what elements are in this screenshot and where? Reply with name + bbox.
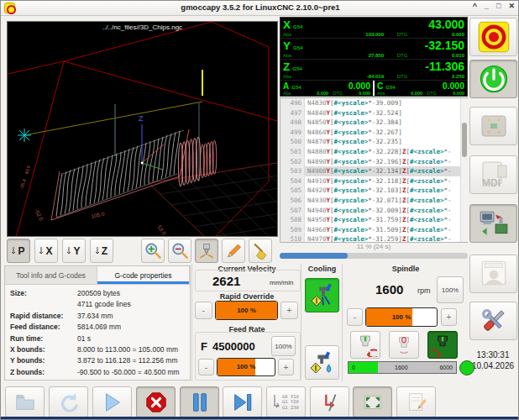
titlebar[interactable]: gmoccapy 3.5.2 for LinuxCNC 2.10.0~pre1 … — [1, 1, 519, 16]
feed-override-slider[interactable]: 100 % — [217, 358, 275, 376]
rapid-minus-button[interactable]: - — [195, 302, 212, 319]
svg-text:105.0: 105.0 — [91, 210, 106, 219]
zoom-in-button[interactable] — [141, 239, 165, 263]
dro-axis-a[interactable]: AG540.000Abs0.000DTG0.000 — [280, 81, 373, 96]
reload-file-button[interactable] — [49, 386, 88, 417]
gcode-properties: Size:200509 bytes4711 gcode linesRapid d… — [5, 285, 190, 381]
gcode-line[interactable]: 507N4940Y[#<yscale>*-32.009]Z[#<zscale>*… — [280, 206, 467, 216]
user-tabs-button[interactable] — [469, 255, 517, 293]
gcode-line[interactable]: 497N4840Y[#<yscale>*-32.524] — [280, 108, 467, 118]
fullsize-preview-button[interactable] — [353, 386, 392, 417]
pause-button[interactable] — [180, 386, 219, 417]
mdi-icon: MDI — [478, 159, 510, 191]
toolpath-canvas: Z 10.0 105.0 -52.0 53.0 40.5 -35.4 — [8, 22, 277, 236]
feed-value: 4500000 — [212, 340, 255, 353]
spindle-left-button[interactable] — [350, 331, 380, 359]
spindle-stop-button[interactable] — [389, 331, 419, 359]
current-velocity-value: 2621 — [212, 274, 240, 288]
feed-plus-button[interactable]: + — [278, 359, 294, 375]
gcode-line[interactable]: 506N4930Y[#<yscale>*-32.071]Z[#<zscale>*… — [280, 196, 467, 206]
svg-text:53.0: 53.0 — [156, 224, 167, 236]
time-label: 13:30:31 — [468, 350, 518, 361]
gcode-line[interactable]: 498N4850Y[#<yscale>*-32.384] — [280, 118, 467, 128]
run-from-line-button[interactable]: G0 X10 G1 Y20 G1 Z30 — [266, 386, 306, 417]
view-y-button[interactable]: Y — [62, 239, 86, 263]
mist-button[interactable] — [305, 278, 339, 312]
open-file-button[interactable] — [5, 386, 45, 417]
run-button[interactable] — [92, 386, 132, 417]
manual-mode-button[interactable] — [469, 107, 517, 145]
spindle-plus-button[interactable]: + — [441, 308, 457, 326]
minimize-button[interactable]: _ — [485, 2, 489, 10]
dro-axis-c[interactable]: CG540.000Abs0.000DTG0.000 — [373, 81, 467, 96]
spindle-minus-button[interactable]: - — [347, 308, 363, 326]
step-button[interactable] — [223, 386, 262, 417]
edit-icon — [405, 391, 428, 414]
dro-panel[interactable]: XG5443.000Abs103.000DTG0.000YG54-32.150A… — [280, 17, 468, 97]
machine-on-button[interactable] — [469, 60, 517, 98]
settings-button[interactable] — [469, 302, 517, 340]
estop-button[interactable] — [469, 18, 517, 56]
rapid-override-slider[interactable]: 100 % — [215, 301, 278, 320]
cooling-title: Cooling — [302, 265, 342, 273]
tab-tool-info[interactable]: Tool info and G-codes — [5, 266, 97, 284]
gcode-line[interactable]: 499N4860Y[#<yscale>*-32.267] — [280, 128, 467, 138]
auto-mode-button[interactable] — [469, 204, 517, 243]
shade-button[interactable]: ^ — [473, 2, 477, 10]
gcode-vertical-scrollbar[interactable] — [460, 98, 468, 242]
feed-reset-button[interactable]: 100% — [271, 336, 296, 356]
stop-button[interactable] — [136, 386, 176, 417]
property-row: 4711 gcode lines — [10, 299, 185, 310]
property-row: Run time:01 s — [10, 333, 185, 344]
gcode-line[interactable]: 502N4890Y[#<yscale>*-32.196]Z[#<zscale>*… — [280, 157, 467, 167]
gcode-line[interactable]: 503N4900Y[#<yscale>*-32.134]Z[#<zscale>*… — [280, 166, 467, 176]
skip-optional-blocks-button[interactable] — [310, 386, 349, 417]
toggle-tool-view-button[interactable] — [195, 239, 218, 263]
jog-pad-icon — [479, 111, 509, 141]
mdi-mode-button[interactable]: MDI — [469, 155, 517, 194]
gcode-line[interactable]: 500N4870Y[#<yscale>*-32.235] — [280, 137, 467, 147]
gcode-horizontal-scrollbar[interactable] — [280, 253, 468, 259]
gcode-line[interactable]: 504N4910Y[#<yscale>*-32.118]Z[#<zscale>*… — [280, 176, 467, 186]
gcode-line[interactable]: 510N4970Y[#<yscale>*-31.259]Z[#<zscale>*… — [280, 234, 467, 243]
dro-axis-z[interactable]: ZG54-11.306Abs-84.019DTG2.250 — [280, 60, 467, 81]
spindle-right-button[interactable] — [427, 331, 458, 359]
spindle-rpm-value: 1600 — [375, 282, 403, 297]
zoom-in-icon — [143, 241, 163, 261]
info-notebook: Tool info and G-codes G-code properties … — [4, 265, 191, 381]
property-row: X bounds:8.000 to 113.000 = 105.000 mm — [10, 344, 185, 355]
run-from-line-snippet: G0 X10 G1 Y20 G1 Z30 — [282, 394, 299, 411]
maximize-button[interactable]: □ — [496, 2, 501, 10]
gcode-line[interactable]: 508N4950Y[#<yscale>*-31.759]Z[#<zscale>*… — [280, 215, 467, 225]
gcode-line[interactable]: 501N4880Y[#<yscale>*-32.228]Z[#<zscale>*… — [280, 147, 467, 157]
rapid-override-title: Rapid Override — [193, 292, 301, 301]
rapid-plus-button[interactable]: + — [280, 302, 298, 319]
tab-gcode-properties[interactable]: G-code properties — [97, 266, 190, 284]
edit-offsets-button[interactable] — [222, 239, 245, 263]
mist-icon — [309, 282, 336, 309]
user-icon — [478, 258, 510, 290]
expand-icon — [361, 391, 385, 414]
view-z-button[interactable]: Z — [90, 239, 113, 263]
dro-axis-y[interactable]: YG54-32.150Abs27.850DTG0.010 — [280, 39, 467, 60]
run-from-line-icon — [273, 394, 280, 411]
gcode-line[interactable]: 505N4920Y[#<yscale>*-32.103]Z[#<zscale>*… — [280, 186, 467, 196]
flood-button[interactable] — [305, 345, 339, 380]
power-icon — [477, 62, 511, 96]
view-x-button[interactable]: X — [34, 239, 58, 263]
spindle-bar-current: 1600 — [395, 365, 408, 370]
spindle-override-slider[interactable]: 100 % — [365, 307, 438, 327]
clear-preview-button[interactable] — [249, 239, 272, 263]
close-button[interactable]: ✕ — [508, 2, 515, 10]
view-p-button[interactable]: P — [7, 239, 30, 263]
zoom-out-button[interactable] — [168, 239, 191, 263]
svg-text:MDI: MDI — [482, 177, 501, 189]
gcode-listing[interactable]: 496N4830Y[#<yscale>*-39.009]497N4840Y[#<… — [280, 97, 468, 243]
feed-minus-button[interactable]: - — [198, 359, 214, 375]
gcode-line[interactable]: 509N4960Y[#<yscale>*-31.509]Z[#<zscale>*… — [280, 225, 467, 235]
edit-gcode-button[interactable] — [396, 386, 436, 417]
dro-axis-x[interactable]: XG5443.000Abs103.000DTG0.000 — [280, 18, 467, 39]
spindle-reset-button[interactable]: 100% — [437, 276, 464, 303]
gcode-preview[interactable]: Z 10.0 105.0 -52.0 53.0 40.5 -35.4 ../..… — [7, 21, 278, 237]
gcode-line[interactable]: 496N4830Y[#<yscale>*-39.009] — [280, 98, 467, 108]
